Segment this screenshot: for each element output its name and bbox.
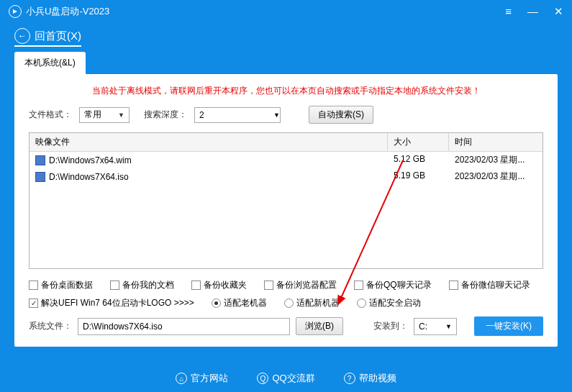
radio-old-machine[interactable]: 适配老机器	[212, 297, 267, 309]
auto-search-button[interactable]: 自动搜索(S)	[309, 106, 373, 124]
titlebar: 小兵U盘启动-V2023 ≡ — ✕	[0, 0, 572, 23]
search-depth-input[interactable]	[194, 107, 281, 123]
navbar: ← 回首页(X)	[0, 23, 572, 52]
footer-qq-group[interactable]: QQQ交流群	[257, 372, 314, 385]
file-format-label: 文件格式：	[29, 109, 72, 121]
checkbox-backup-browser[interactable]: 备份浏览器配置	[264, 279, 337, 291]
system-file-label: 系统文件：	[29, 320, 72, 332]
menu-icon[interactable]: ≡	[505, 5, 512, 18]
checkbox-backup-wx[interactable]: 备份微信聊天记录	[449, 279, 530, 291]
table-row[interactable]: D:\Windows7x64.wim 5.12 GB 2023/02/03 星期…	[29, 152, 543, 168]
file-format-select[interactable]: 常用▼	[79, 107, 130, 123]
main-panel: 当前处于离线模式，请联网后重开本程序，您也可以在本页自动搜索或手动指定本地的系统…	[14, 74, 558, 347]
checkbox-backup-fav[interactable]: 备份收藏夹	[191, 279, 247, 291]
footer-official-site[interactable]: ⌂官方网站	[176, 372, 228, 385]
footer-help-video[interactable]: ?帮助视频	[344, 372, 396, 385]
col-header-file[interactable]: 映像文件	[29, 133, 388, 151]
browse-button[interactable]: 浏览(B)	[296, 317, 343, 335]
col-header-size[interactable]: 大小	[388, 133, 449, 151]
minimize-button[interactable]: —	[527, 5, 538, 18]
checkbox-backup-docs[interactable]: 备份我的文档	[110, 279, 174, 291]
file-icon	[35, 155, 45, 165]
footer: ⌂官方网站 QQQ交流群 ?帮助视频	[0, 365, 572, 392]
help-icon: ?	[344, 373, 355, 384]
app-logo-icon	[9, 5, 22, 18]
back-home-button[interactable]: ← 回首页(X)	[14, 28, 81, 47]
checkbox-uefi-fix[interactable]: 解决UEFI Win7 64位启动卡LOGO >>>>	[29, 297, 194, 309]
radio-new-machine[interactable]: 适配新机器	[284, 297, 340, 309]
app-title: 小兵U盘启动-V2023	[26, 5, 109, 18]
checkbox-backup-qq[interactable]: 备份QQ聊天记录	[354, 279, 432, 291]
home-icon: ⌂	[176, 373, 187, 384]
back-home-label: 回首页(X)	[35, 29, 81, 43]
col-header-time[interactable]: 时间	[449, 133, 543, 151]
file-icon	[35, 172, 45, 182]
system-file-input[interactable]	[78, 318, 290, 335]
offline-warning: 当前处于离线模式，请联网后重开本程序，您也可以在本页自动搜索或手动指定本地的系统…	[29, 85, 543, 97]
checkbox-backup-desktop[interactable]: 备份桌面数据	[29, 279, 93, 291]
back-arrow-icon: ←	[14, 28, 30, 44]
one-key-install-button[interactable]: 一键安装(K)	[474, 316, 543, 336]
tab-local-system[interactable]: 本机系统(&L)	[14, 52, 86, 74]
search-depth-label: 搜索深度：	[144, 109, 187, 121]
radio-secure-boot[interactable]: 适配安全启动	[357, 297, 421, 309]
close-button[interactable]: ✕	[554, 5, 563, 18]
image-file-table: 映像文件 大小 时间 D:\Windows7x64.wim 5.12 GB 20…	[29, 132, 543, 269]
table-row[interactable]: D:\Windows7X64.iso 5.19 GB 2023/02/03 星期…	[29, 168, 543, 185]
install-drive-select[interactable]: C:▼	[414, 318, 457, 335]
qq-icon: Q	[257, 373, 268, 384]
install-to-label: 安装到：	[373, 320, 408, 332]
